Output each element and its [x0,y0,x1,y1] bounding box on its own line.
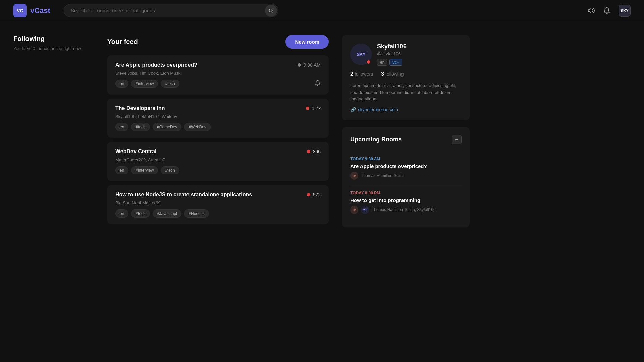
tag-webdev: #WebDev [184,123,210,131]
search-input[interactable] [64,4,278,17]
website-label: skyenterpriseau.com [358,107,398,112]
profile-avatar: SKY [350,44,372,65]
following-label: following [385,71,404,77]
upcoming-room-title: Are Apple products overpriced? [350,163,462,169]
user-avatar[interactable]: SKY [619,5,631,17]
upcoming-header: Upcoming Rooms + [350,135,462,144]
notifications-button[interactable] [603,7,610,14]
tag-nodejs: #NodeJs [184,209,209,218]
room-title: WebDev Central [115,148,156,155]
room-hosts: Skyfall106, LeMoN107, Waitdev_ [115,114,321,119]
tag-tech: #tech [161,166,179,174]
tag-lang: en [115,166,128,174]
host-names: Thomas Hamilton-Smith [361,173,404,178]
room-card-header: WebDev Central 896 [115,148,321,155]
link-icon: 🔗 [350,107,356,112]
bell-icon [603,7,610,14]
profile-stats: 2 followers 3 following [350,71,462,77]
profile-info: Skyfall106 @skyfall106 en vc+ [377,43,462,66]
room-count: 572 [313,192,321,197]
profile-badges: en vc+ [377,59,462,66]
tag-interview: #interview [131,166,158,174]
tag-lang: en [115,209,128,218]
profile-top: SKY Skyfall106 @skyfall106 en vc+ [350,43,462,66]
notification-bell-icon[interactable] [315,80,321,88]
host-avatar: TH [350,206,358,214]
upcoming-room-item[interactable]: TODAY 8:00 PM How to get into programmin… [350,185,462,219]
profile-bio: Lorem ipsum dolor sit amet, consectetur … [350,82,462,102]
sidebar: Following You have 0 friends online righ… [13,35,94,228]
feed: Your feed New room Are Apple products ov… [107,35,329,228]
room-meta: 9:30 AM [298,62,321,68]
live-dot [307,193,310,196]
followers-stat: 2 followers [350,71,373,77]
room-card[interactable]: The Developers Inn 1.7k Skyfall106, LeMo… [107,99,329,138]
followers-label: followers [355,71,373,77]
upcoming-room-title: How to get into programming [350,197,462,203]
profile-handle: @skyfall106 [377,51,462,56]
search-icon [268,8,274,13]
search-button[interactable] [265,5,277,17]
room-tags: en #interview #tech [115,80,321,88]
upcoming-time: TODAY 9:30 AM [350,157,462,161]
upcoming-hosts: TH Thomas Hamilton-Smith [350,172,462,180]
app-header: VC vCast SKY [0,0,644,21]
room-hosts: Steve Jobs, Tim Cook, Elon Musk [115,71,321,76]
svg-marker-2 [588,8,591,13]
header-right: SKY [588,5,631,17]
host-names: Thomas Hamilton-Smith, Skyfall106 [372,207,436,212]
online-indicator [366,60,371,64]
room-tags: en #interview #tech [115,166,321,174]
tag-javascript: #Javascript [153,209,182,218]
tag-lang: en [115,123,128,131]
tag-tech: #tech [161,80,179,88]
room-meta: 896 [307,149,321,154]
room-tags: en #tech #Javascript #NodeJs [115,209,321,218]
svg-line-1 [272,12,273,13]
followers-count: 2 [350,71,353,77]
right-panel: SKY Skyfall106 @skyfall106 en vc+ 2 foll… [342,35,470,228]
tag-lang: en [115,80,128,88]
room-card[interactable]: Are Apple products overpriced? 9:30 AM S… [107,55,329,95]
room-hosts: MaterCoder209, Artemis7 [115,157,321,162]
room-hosts: Big Sur, NoobMaster69 [115,200,321,205]
room-title: How to use NodeJS to create standalone a… [115,192,252,198]
upcoming-time: TODAY 8:00 PM [350,191,462,195]
following-count: 3 [381,71,384,77]
live-dot [306,107,309,110]
room-tags: en #tech #GameDev #WebDev [115,123,321,131]
host-avatar: TH [350,172,358,180]
tag-gamedev: #GameDev [153,123,182,131]
room-card-header: How to use NodeJS to create standalone a… [115,192,321,198]
logo-container[interactable]: VC vCast [13,4,50,17]
room-card-header: The Developers Inn 1.7k [115,105,321,111]
following-stat: 3 following [381,71,404,77]
upcoming-card: Upcoming Rooms + TODAY 9:30 AM Are Apple… [342,127,470,227]
tag-tech: #tech [131,123,150,131]
upcoming-title: Upcoming Rooms [350,136,402,143]
sidebar-subtitle: You have 0 friends online right now [13,46,94,51]
feed-header: Your feed New room [107,35,329,49]
room-count: 896 [313,149,321,154]
add-upcoming-button[interactable]: + [452,135,462,144]
profile-website[interactable]: 🔗 skyenterpriseau.com [350,107,462,112]
broadcast-icon [588,7,595,14]
feed-title: Your feed [107,38,138,46]
sidebar-title: Following [13,35,94,43]
search-container [64,4,278,17]
app-name: vCast [30,6,50,15]
room-time: 9:30 AM [304,62,321,68]
badge-lang: en [377,59,387,66]
new-room-button[interactable]: New room [285,35,329,49]
tag-interview: #interview [131,80,158,88]
host-avatar: SKY [361,206,369,214]
room-card[interactable]: How to use NodeJS to create standalone a… [107,185,329,224]
room-meta: 1.7k [306,106,321,111]
room-title: The Developers Inn [115,105,165,111]
room-card[interactable]: WebDev Central 896 MaterCoder209, Artemi… [107,142,329,181]
broadcast-button[interactable] [588,7,595,14]
upcoming-room-item[interactable]: TODAY 9:30 AM Are Apple products overpri… [350,151,462,185]
main-layout: Following You have 0 friends online righ… [0,21,644,242]
upcoming-hosts: TH SKY Thomas Hamilton-Smith, Skyfall106 [350,206,462,214]
room-count: 1.7k [312,106,321,111]
